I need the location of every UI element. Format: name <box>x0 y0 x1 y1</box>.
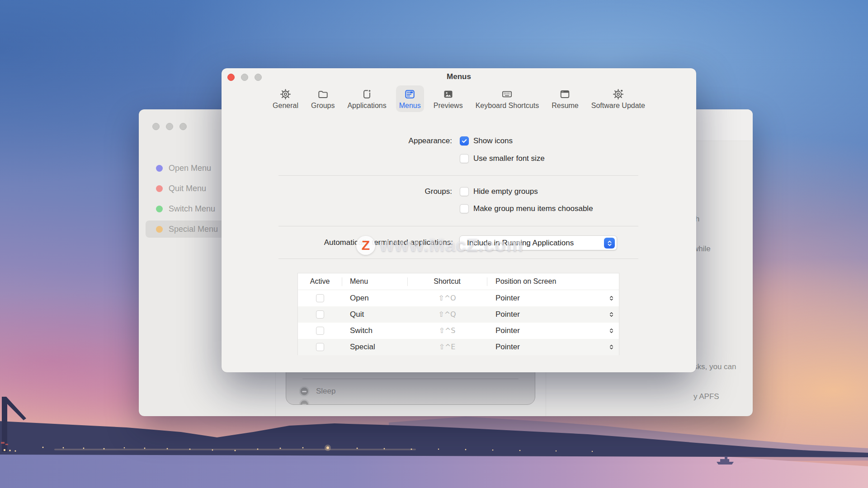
menu-item-sleep[interactable]: Sleep <box>286 384 535 399</box>
tab-applications[interactable]: Applications <box>344 85 389 112</box>
section-divider <box>278 258 638 259</box>
tab-label: Groups <box>311 102 335 110</box>
column-header-position[interactable]: Position on Screen <box>487 277 620 286</box>
menu-name: Open <box>342 294 407 303</box>
table-row-quit[interactable]: Quit ⇧^Q Pointer <box>298 306 619 323</box>
menu-color-dot <box>156 185 163 192</box>
sidebar-item-label: Special Menu <box>169 225 218 234</box>
tab-menus[interactable]: Menus <box>396 85 424 112</box>
preferences-toolbar: General Groups Applications Menus Previe… <box>222 85 696 112</box>
stepper-icon <box>609 311 614 318</box>
popup-stepper-icon <box>604 238 615 249</box>
zoom-button[interactable] <box>179 123 187 130</box>
shortcut-value: ⇧^O <box>438 294 456 302</box>
column-header-shortcut[interactable]: Shortcut <box>407 277 487 286</box>
menu-name: Switch <box>342 326 407 335</box>
table-row-special[interactable]: Special ⇧^E Pointer <box>298 339 619 355</box>
tab-label: Menus <box>399 102 421 110</box>
window-title: Menus <box>222 72 696 81</box>
gear-badge-icon <box>612 88 624 100</box>
groups-label: Groups: <box>222 187 452 197</box>
active-checkbox[interactable] <box>316 343 324 351</box>
auto-terminate-label: Automatically terminated applications: <box>222 238 453 248</box>
stepper-icon <box>609 328 614 334</box>
active-checkbox[interactable] <box>316 310 324 319</box>
gear-icon <box>279 88 292 100</box>
menu-item-label: Sleep <box>316 387 335 396</box>
group-items-choosable-checkbox[interactable] <box>460 204 469 213</box>
tab-general[interactable]: General <box>269 85 302 112</box>
smaller-font-label: Use smaller font size <box>473 154 545 164</box>
tab-previews[interactable]: Previews <box>430 85 466 112</box>
tab-label: General <box>273 102 298 110</box>
column-divider <box>487 277 487 286</box>
table-header: Active Menu Shortcut Position on Screen <box>298 273 619 290</box>
active-checkbox[interactable] <box>316 294 324 302</box>
stepper-icon <box>609 344 614 351</box>
popup-selected-value: Include in Running Applications <box>467 236 574 250</box>
shortcut-value: ⇧^E <box>439 343 456 351</box>
tab-label: Applications <box>347 102 386 110</box>
tab-label: Previews <box>434 102 463 110</box>
column-header-menu[interactable]: Menu <box>342 277 407 286</box>
clipped-menu-icon <box>299 399 309 405</box>
shortcut-value: ⇧^Q <box>438 310 456 319</box>
show-icons-checkbox[interactable] <box>460 136 469 145</box>
menu-name: Special <box>342 343 407 352</box>
menu-color-dot <box>156 165 163 172</box>
menu-separator <box>302 379 519 379</box>
sidebar-item-label: Open Menu <box>169 164 211 173</box>
clipped-text-right-bottom: sks, you can y APFS <box>693 342 736 416</box>
section-divider <box>278 226 638 226</box>
table-row-switch[interactable]: Switch ⇧^S Pointer <box>298 323 619 339</box>
hide-empty-groups-checkbox[interactable] <box>460 187 469 196</box>
minimize-button[interactable] <box>166 123 173 130</box>
menu-panel-icon <box>404 88 416 100</box>
stepper-icon <box>609 295 614 302</box>
tab-label: Software Update <box>591 102 645 110</box>
smaller-font-checkbox[interactable] <box>460 154 469 163</box>
position-popup[interactable]: Pointer <box>487 326 620 335</box>
tab-resume[interactable]: Resume <box>548 85 582 112</box>
tab-label: Keyboard Shortcuts <box>476 102 539 110</box>
column-divider <box>407 277 408 286</box>
active-checkbox[interactable] <box>316 327 324 335</box>
keyboard-icon <box>501 88 513 100</box>
menu-color-dot <box>156 206 163 212</box>
section-divider <box>278 175 638 176</box>
shortcut-value: ⇧^S <box>439 326 456 335</box>
position-popup[interactable]: Pointer <box>487 294 620 303</box>
checkmark-icon <box>461 138 467 144</box>
column-header-active[interactable]: Active <box>298 277 342 286</box>
close-button[interactable] <box>152 123 160 130</box>
menus-preferences-window: Menus General Groups Applications Menus … <box>222 68 696 372</box>
tab-groups[interactable]: Groups <box>308 85 338 112</box>
appearance-label: Appearance: <box>222 136 452 146</box>
sidebar-item-label: Switch Menu <box>169 204 215 214</box>
photo-icon <box>442 88 454 100</box>
column-divider <box>342 277 342 286</box>
table-row-open[interactable]: Open ⇧^O Pointer <box>298 290 619 306</box>
window-icon <box>559 88 571 100</box>
sleep-icon <box>299 386 309 396</box>
menus-table: Active Menu Shortcut Position on Screen … <box>297 273 619 355</box>
position-popup[interactable]: Pointer <box>487 343 620 352</box>
hide-empty-groups-label: Hide empty groups <box>473 187 538 197</box>
tab-keyboard-shortcuts[interactable]: Keyboard Shortcuts <box>472 85 542 112</box>
tab-label: Resume <box>552 102 579 110</box>
tab-software-update[interactable]: Software Update <box>588 85 648 112</box>
show-icons-label: Show icons <box>473 136 513 146</box>
menu-color-dot <box>156 226 163 233</box>
position-popup[interactable]: Pointer <box>487 310 620 319</box>
auto-terminate-popup[interactable]: Include in Running Applications <box>459 235 617 250</box>
sidebar-item-label: Quit Menu <box>169 184 206 193</box>
menu-name: Quit <box>342 310 407 319</box>
app-badge-icon <box>361 88 373 100</box>
folder-icon <box>317 88 329 100</box>
group-items-choosable-label: Make group menu items choosable <box>473 204 593 214</box>
